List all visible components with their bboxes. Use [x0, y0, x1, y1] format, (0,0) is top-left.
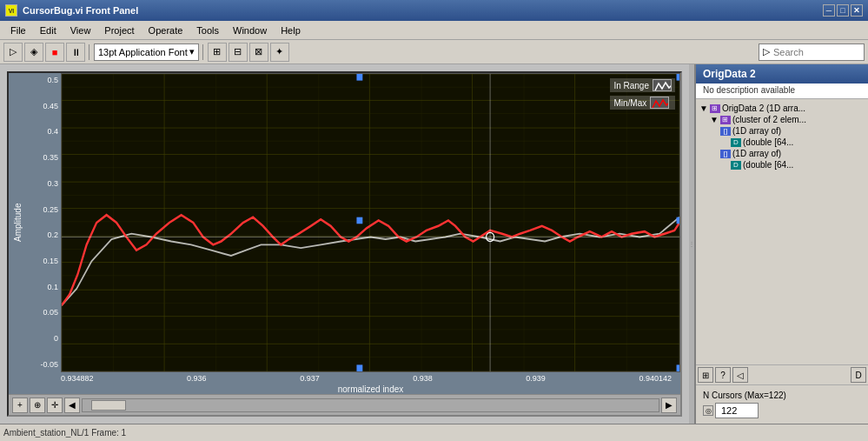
font-dropdown-icon: ▾	[189, 46, 195, 57]
tree-array1-icon: []	[720, 127, 731, 136]
search-input[interactable]	[773, 47, 860, 57]
tree-double1-label: (double [64...	[743, 137, 793, 147]
menu-edit[interactable]: Edit	[33, 23, 63, 37]
n-cursors-value[interactable]: 122	[715, 403, 759, 418]
tree-double2-icon: D	[731, 161, 741, 170]
y-tick-0: 0.5	[47, 77, 58, 84]
tree-cluster-icon: ⊞	[720, 116, 731, 124]
distribute-button[interactable]: ⊟	[229, 43, 248, 62]
rp-btn-2[interactable]: ?	[715, 367, 731, 383]
resize-button[interactable]: ⊠	[249, 43, 268, 62]
maximize-button[interactable]: □	[837, 4, 849, 17]
menu-view[interactable]: View	[63, 23, 98, 37]
svg-rect-43	[356, 364, 362, 371]
chart-panel: In Range Min/Max Amplitude 0.5	[0, 64, 689, 424]
tree-array2-icon: []	[720, 150, 731, 158]
chart-toolbar: + ⊕ ✛ ◀ ▶	[9, 394, 680, 415]
x-tick-0: 0.934882	[61, 374, 94, 383]
chart-container: In Range Min/Max Amplitude 0.5	[7, 71, 682, 417]
y-tick-10: 0	[54, 335, 58, 343]
align-button[interactable]: ⊞	[208, 43, 227, 62]
rp-btn-3[interactable]: ◁	[732, 367, 748, 383]
tree-expand-icon-2: ▼	[710, 115, 719, 124]
x-tick-3: 0.938	[413, 374, 433, 383]
chart-zoom-button[interactable]: +	[12, 398, 28, 413]
tree-children: ▼ ⊞ (cluster of 2 elem... [] (1D array o…	[699, 114, 865, 170]
status-text: Ambient_station_NL/1 Frame: 1	[3, 428, 126, 438]
tree-array2[interactable]: [] (1D array of)	[720, 148, 865, 159]
tree-view: ▼ ⊞ OrigData 2 (1D arra... ▼ ⊞ (cluster …	[696, 99, 868, 364]
close-button[interactable]: ✕	[851, 4, 863, 17]
right-panel-toolbar: ⊞ ? ◁ D	[696, 364, 868, 385]
title-bar: VI CursorBug.vi Front Panel ─ □ ✕	[0, 0, 868, 21]
svg-rect-42	[677, 364, 679, 371]
scroll-left-button[interactable]: ◀	[64, 398, 80, 413]
reorder-button[interactable]: ✦	[270, 43, 289, 62]
menu-help[interactable]: Help	[274, 23, 308, 37]
legend-min-max-label: Min/Max	[613, 98, 646, 108]
x-tick-4: 0.939	[526, 374, 546, 383]
separator-1	[89, 44, 90, 60]
tree-child-cluster[interactable]: ▼ ⊞ (cluster of 2 elem...	[710, 114, 865, 125]
tree-double1-container: D (double [64...	[720, 137, 865, 148]
legend-in-range-label: In Range	[613, 81, 649, 90]
tree-double2-container: D (double [64...	[720, 159, 865, 170]
run-arrow-button[interactable]: ▷	[3, 43, 23, 62]
y-tick-7: 0.15	[43, 257, 58, 265]
tree-array2-label: (1D array of)	[732, 149, 781, 158]
menu-tools[interactable]: Tools	[189, 23, 226, 37]
tree-double1[interactable]: D (double [64...	[731, 137, 865, 148]
y-axis: 0.5 0.45 0.4 0.35 0.3 0.25 0.2 0.15 0.1 …	[26, 73, 61, 372]
n-cursors-spinner[interactable]: ◎	[703, 405, 713, 416]
tree-grandchildren: [] (1D array of) D (double [64... [] (1D…	[710, 125, 865, 170]
svg-rect-45	[677, 217, 679, 224]
search-box[interactable]: ▷	[759, 43, 865, 61]
right-panel-description: No description available	[696, 84, 868, 99]
tree-array1-label: (1D array of)	[732, 126, 781, 136]
tree-double2[interactable]: D (double [64...	[731, 159, 865, 170]
n-cursors-control: ◎ 122	[703, 403, 861, 418]
svg-rect-40	[356, 74, 362, 81]
rp-btn-1[interactable]: ⊞	[698, 367, 713, 383]
tree-expand-icon: ▼	[699, 104, 708, 113]
plot-area[interactable]	[61, 73, 680, 372]
main-content: In Range Min/Max Amplitude 0.5	[0, 64, 868, 424]
plot-svg	[62, 74, 679, 371]
toolbar: ▷ ◈ ■ ⏸ 13pt Application Font ▾ ⊞ ⊟ ⊠ ✦ …	[0, 40, 868, 64]
title-bar-controls: ─ □ ✕	[823, 4, 863, 17]
y-tick-6: 0.2	[47, 231, 58, 239]
rp-btn-arrow[interactable]: D	[851, 367, 866, 383]
status-bar: Ambient_station_NL/1 Frame: 1	[0, 424, 868, 441]
y-tick-11: -0.05	[40, 361, 58, 369]
y-tick-9: 0.05	[43, 309, 58, 317]
y-tick-2: 0.4	[47, 128, 58, 136]
app-icon-label: VI	[9, 8, 15, 14]
n-cursors-label: N Cursors (Max=122)	[703, 391, 861, 400]
menu-project[interactable]: Project	[97, 23, 141, 37]
y-axis-label: Amplitude	[9, 73, 26, 372]
tree-root-label: OrigData 2 (1D arra...	[722, 104, 805, 113]
font-selector[interactable]: 13pt Application Font ▾	[94, 43, 199, 61]
run-highlight-button[interactable]: ◈	[24, 43, 43, 62]
scrollbar-thumb[interactable]	[91, 400, 126, 411]
y-tick-4: 0.3	[47, 180, 58, 188]
tree-array1[interactable]: [] (1D array of)	[720, 125, 865, 137]
scroll-right-button[interactable]: ▶	[661, 398, 677, 413]
menu-file[interactable]: File	[3, 23, 33, 37]
font-name: 13pt Application Font	[98, 47, 188, 57]
right-panel-title: OrigData 2	[696, 64, 868, 84]
menu-window[interactable]: Window	[226, 23, 274, 37]
chart-legend: In Range Min/Max	[610, 78, 675, 110]
n-cursors-section: N Cursors (Max=122) ◎ 122	[696, 385, 868, 424]
legend-min-max: Min/Max	[610, 96, 675, 110]
pause-button[interactable]: ⏸	[66, 43, 85, 62]
menu-operate[interactable]: Operate	[142, 23, 190, 37]
minimize-button[interactable]: ─	[823, 4, 835, 17]
chart-cursor-button[interactable]: ✛	[47, 398, 63, 413]
chart-pan-button[interactable]: ⊕	[30, 398, 45, 413]
stop-button[interactable]: ■	[45, 43, 64, 62]
horizontal-scrollbar[interactable]	[82, 398, 659, 412]
y-tick-5: 0.25	[43, 206, 58, 214]
tree-root[interactable]: ▼ ⊞ OrigData 2 (1D arra...	[699, 103, 865, 114]
search-icon: ▷	[763, 46, 770, 57]
